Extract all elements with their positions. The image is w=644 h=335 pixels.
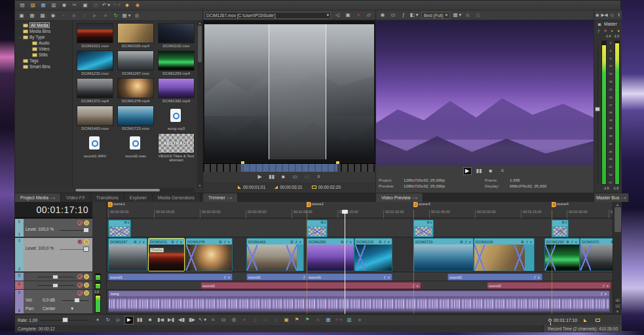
media-properties-icon[interactable]: ◉ <box>69 11 79 20</box>
event-icons[interactable]: ⊞ ƒ ≡ <box>290 240 302 244</box>
play-icon[interactable]: ▶ <box>256 173 264 181</box>
preview-gear-icon[interactable]: ◉ <box>378 11 387 20</box>
video-output-fx-icon[interactable]: ƒ <box>399 11 408 20</box>
save-project-icon[interactable]: ▦ <box>39 1 48 10</box>
zoom-in-button[interactable]: + <box>615 298 621 303</box>
scrollbar-thumb[interactable] <box>198 26 202 62</box>
track-lane-2[interactable]: DCIM1267⊞ ƒ ≡ DCIM1021⊞ ƒ ≡ Dissolve DCI… <box>107 238 613 272</box>
master-gear-icon[interactable]: ◉ <box>594 11 600 19</box>
tree-item-media-bins[interactable]: Media Bins <box>15 28 72 34</box>
event-dcim1378[interactable]: DCIM1378⊞ ƒ ≡ <box>185 238 233 271</box>
volume-slider[interactable] <box>37 285 75 286</box>
event-sound1[interactable]: sound1ƒ ≡ <box>246 273 312 281</box>
copy-icon[interactable]: ▣ <box>81 1 90 10</box>
loop-playback-icon[interactable]: ↻ <box>104 316 113 325</box>
edit-tool-icon[interactable]: ↖ ▾ <box>198 316 207 325</box>
marker-flag-icon[interactable]: 2 <box>307 202 311 207</box>
event-envelope-icon[interactable]: ∩ <box>313 316 322 325</box>
track-lane-3[interactable]: sound1ƒ ≡sound1ƒ ≡sound1ƒ ≡sound1ƒ ≡ <box>107 273 613 281</box>
solo-icon[interactable] <box>84 283 89 288</box>
media-item-sound2[interactable]: sound2.wav <box>116 133 155 165</box>
preview-play-icon[interactable]: ▶ <box>90 11 100 20</box>
timecode-display[interactable]: 00:01:17:10 <box>15 202 92 218</box>
menu-icon[interactable]: ≡ <box>314 173 323 181</box>
playhead[interactable] <box>345 210 345 314</box>
open-external-icon[interactable]: ▱ <box>364 11 373 20</box>
marker-flag-icon[interactable]: 4 <box>552 202 556 207</box>
solo-icon[interactable] <box>84 290 89 296</box>
copy-snapshot-icon[interactable]: ▣ <box>463 11 472 20</box>
whats-this-icon[interactable]: ◆ <box>133 1 142 10</box>
event-icons[interactable]: ⊞ ƒ ≡ <box>134 240 145 244</box>
event-song[interactable]: songƒ ≡ <box>108 290 610 312</box>
trimmer-file-combo[interactable]: DCIM1267.mov [C:\User\IP15\Suite'] ▾ <box>204 12 331 19</box>
go-to-end-icon[interactable]: ▶▮ <box>166 316 176 325</box>
event-dcim1026[interactable]: DCIM1026⊞ ƒ ≡ <box>474 238 535 271</box>
next-frame-icon[interactable]: ▮▶ <box>187 316 197 325</box>
save-snapshot-icon[interactable]: ▥ <box>474 11 483 20</box>
track-header-1-video[interactable]: ≡1 Level: 100,0 % <box>15 219 92 237</box>
zoom-out-button[interactable]: − <box>615 304 621 309</box>
cut-icon[interactable]: ✂ <box>70 1 79 10</box>
insert-region-icon[interactable]: ⚑ <box>303 316 312 325</box>
play-icon[interactable]: ▶ <box>463 167 472 175</box>
auto-preview-icon[interactable]: ↻ <box>111 11 121 20</box>
snapping-icon[interactable]: ≡ ▾ <box>334 316 343 325</box>
event-sound1[interactable]: sound1ƒ ≡ <box>307 273 392 281</box>
out-point-flag[interactable] <box>336 161 339 164</box>
single-frame-icon[interactable]: ▭ <box>303 173 311 181</box>
master-fx-icon[interactable]: ƒ <box>596 27 601 35</box>
event-icons[interactable]: ⊞ ƒ ≡ <box>379 240 390 244</box>
mute-icon[interactable] <box>77 290 83 296</box>
media-item-dcim1232[interactable]: DCIM1232.mov <box>75 50 115 77</box>
tree-item-stills[interactable]: Stills <box>15 52 72 58</box>
envelope-tool-icon[interactable]: ≈ <box>208 316 218 325</box>
event-icons[interactable]: ⊞ ƒ ≡ <box>341 240 352 244</box>
event-icons[interactable]: ⊞ ƒ ≡ <box>460 240 472 244</box>
get-photo-icon[interactable]: ▩ <box>38 11 47 20</box>
scroll-up-icon[interactable]: ▲ <box>199 21 202 25</box>
track-header-5-audio[interactable]: ≡5 Vol: 0,0 dB Pan: Center ▼ <box>15 290 92 314</box>
media-item-titles-abstract[interactable]: ABSTRACT VEGAS Titles & Text abstract <box>157 133 196 165</box>
search-icon[interactable]: ◎ <box>132 11 142 20</box>
render-as-icon[interactable]: ▥ <box>49 1 58 10</box>
marker-scene2[interactable]: 2scene2 <box>307 202 324 210</box>
track-lane-5[interactable]: songƒ ≡ <box>107 290 613 314</box>
marker-flag-icon[interactable] <box>584 319 587 322</box>
media-item-dcim1378[interactable]: DCIM1378.mp4 <box>116 78 155 105</box>
zoom-tool-icon[interactable]: ◎ <box>229 316 238 325</box>
event-sound2[interactable]: sound2ƒ ≡ <box>200 282 421 289</box>
media-item-sound1[interactable]: sound1.WAV <box>75 133 115 165</box>
marker-scene3[interactable]: 3scene3 <box>413 202 430 210</box>
event-dcim1267[interactable]: DCIM1267⊞ ƒ ≡ <box>108 238 147 271</box>
marker-flag-icon[interactable]: 1 <box>108 202 113 207</box>
play-from-start-icon[interactable]: ▷ <box>114 316 123 325</box>
extract-audio-icon[interactable]: ◉ <box>48 11 58 20</box>
delete-icon[interactable]: × <box>240 316 249 325</box>
tutorials-icon[interactable]: ◆ <box>123 1 132 10</box>
title-clip-scene4[interactable]: ⊞ ≡ <box>552 220 569 237</box>
pause-icon[interactable]: ▮▮ <box>475 167 483 175</box>
mute-icon[interactable] <box>77 283 83 288</box>
pause-icon[interactable]: ▮▮ <box>135 316 144 325</box>
dim-output-icon[interactable]: ◁ <box>609 11 615 19</box>
paste-icon[interactable]: ▤ <box>91 1 100 10</box>
scroll-down-icon[interactable]: ▼ <box>199 184 202 187</box>
preview-quality-dropdown[interactable]: Best (Full) ▾ <box>421 12 450 19</box>
tree-item-tags[interactable]: Tags <box>15 58 72 64</box>
loop-region-icon[interactable] <box>596 319 600 322</box>
chevron-down-icon[interactable]: ▾ <box>327 12 329 18</box>
views-icon[interactable]: ▦ ▾ <box>122 11 131 20</box>
tab-video-preview[interactable]: Video Preview▫ × <box>376 193 423 202</box>
preview-stop-icon[interactable]: ■ <box>101 11 110 20</box>
stop-icon[interactable]: ■ <box>145 316 155 325</box>
tab-master-bus[interactable]: Master Bus▫ × <box>594 193 629 202</box>
play-icon[interactable]: ▶ <box>124 316 134 325</box>
open-project-icon[interactable]: ▨ <box>28 1 37 10</box>
scroll-up-icon[interactable]: ▲ <box>616 203 619 207</box>
undo-icon[interactable]: ↶ ▾ <box>102 1 111 10</box>
split-screen-icon[interactable]: ◧ ▾ <box>409 11 419 20</box>
media-item-dcim1392[interactable]: DCIM1392.mp4 <box>157 78 196 105</box>
media-item-dcim1021[interactable]: DCIM1021.mov <box>75 23 115 50</box>
tree-item-smart-bins[interactable]: Smart Bins <box>15 64 72 69</box>
